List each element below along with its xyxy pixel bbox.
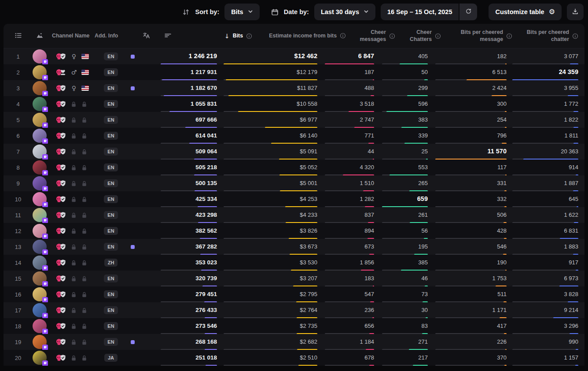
- table-row[interactable]: 9 MichiMochievee EN 500 135 $5 001: [4, 175, 584, 191]
- avatar[interactable]: [33, 65, 47, 79]
- column-label: Cheer messages: [357, 29, 386, 43]
- table-row[interactable]: 2 xLuckyDog ♂ EN 1 217 931 $12 179: [4, 64, 584, 80]
- avatar[interactable]: [33, 224, 47, 238]
- info-icon[interactable]: [572, 33, 578, 39]
- column-label: Estimate income from bits: [269, 33, 337, 40]
- marker-cell: [121, 175, 144, 191]
- avatar[interactable]: [33, 192, 47, 206]
- avatar-cell: [27, 80, 52, 96]
- cheer-messages-value: 4 320: [360, 164, 374, 171]
- shield-check-icon: [59, 132, 66, 139]
- table-row[interactable]: 19 Buffpup EN 268 168 $2 682: [4, 334, 584, 350]
- cheer-messages-cell: 1 510: [317, 175, 374, 192]
- avatar[interactable]: [33, 351, 47, 365]
- date-preset-dropdown[interactable]: Last 30 days: [314, 4, 375, 20]
- column-header-income[interactable]: Estimate income from bits: [252, 33, 346, 40]
- column-header-cheer-messages[interactable]: Cheer messages: [346, 29, 395, 43]
- bits-per-message-cell: 11 570: [428, 143, 507, 160]
- cheer-messages-value: 673: [364, 243, 374, 250]
- cheer-chatters-value: 271: [418, 338, 428, 345]
- cheer-chatters-cell: 339: [374, 127, 428, 144]
- bar-track: [382, 365, 428, 366]
- table-row[interactable]: 3 Sinder ♀ EN 1 182 670 $11 827: [4, 80, 584, 96]
- channel-name-cell: FoxyFurSure: [52, 223, 59, 239]
- column-header-cheer-chatters[interactable]: Cheer Chatters: [395, 29, 441, 43]
- info-icon[interactable]: [435, 33, 441, 39]
- avatar[interactable]: [33, 335, 47, 349]
- bar-track: [435, 365, 507, 366]
- avatar[interactable]: [33, 319, 47, 333]
- table-row[interactable]: 7 Elly EN 509 064 $5 091 44: [4, 144, 584, 160]
- column-header-channel-name[interactable]: Channel Name: [52, 33, 95, 40]
- avatar-cell: [27, 223, 52, 239]
- table-row[interactable]: 11 vedal987 EN 423 298 $4 233: [4, 207, 584, 223]
- add-info-cell: [59, 318, 101, 334]
- avatar[interactable]: [33, 287, 47, 301]
- info-icon[interactable]: [389, 33, 395, 39]
- customize-table-button[interactable]: Customize table ⚙: [489, 4, 562, 20]
- cheer-messages-value: 894: [364, 227, 374, 234]
- bits-per-message-cell: 1 171: [428, 302, 507, 319]
- shield-check-icon: [59, 196, 66, 203]
- avatar[interactable]: [33, 240, 47, 254]
- avatar[interactable]: [33, 145, 47, 159]
- sort-value-dropdown[interactable]: Bits: [224, 4, 259, 20]
- download-button[interactable]: [567, 4, 584, 20]
- bits-value: 697 666: [195, 116, 217, 123]
- avatar[interactable]: [33, 271, 47, 286]
- table-row[interactable]: 6 henyathegenius EN 614 041 $6 140: [4, 128, 584, 144]
- table-row[interactable]: 4 crelly EN 1 055 831 $10 558: [4, 96, 584, 112]
- bits-per-chatter-cell: 1 883: [507, 238, 578, 255]
- info-icon[interactable]: [340, 33, 346, 39]
- column-header-bits-per-chatter[interactable]: Bits per cheered chatter: [512, 29, 578, 43]
- avatar[interactable]: [33, 81, 47, 95]
- table-row[interactable]: 15 kainen EN 320 739 $3 207: [4, 271, 584, 286]
- table-row[interactable]: 12 FoxyFurSure EN 382 562 $3 826: [4, 223, 584, 239]
- table-row[interactable]: 8 Zentreya EN 505 218 $5 052: [4, 160, 584, 175]
- avatar[interactable]: [33, 49, 47, 63]
- marker-cell: [121, 207, 144, 223]
- info-icon[interactable]: [246, 33, 252, 39]
- avatar[interactable]: [33, 208, 47, 222]
- avatar[interactable]: [33, 176, 47, 190]
- column-header-rank[interactable]: [9, 32, 27, 41]
- bits-per-message-value: 428: [497, 227, 507, 234]
- bits-per-message-value: 6 513: [492, 69, 507, 75]
- date-range-button[interactable]: 16 Sep – 15 Oct, 2025: [381, 4, 459, 20]
- avatar[interactable]: [33, 256, 47, 270]
- avatar[interactable]: [33, 97, 47, 111]
- cheer-chatters-cell: 596: [374, 96, 428, 112]
- marker-cell: [121, 48, 144, 64]
- cheer-messages-value: 44: [368, 148, 374, 155]
- marker-cell: [121, 302, 144, 318]
- table-row[interactable]: 1 KokoNuts ♀ EN 1 246 219 $12 462: [4, 48, 584, 64]
- language-cell: EN: [101, 175, 121, 191]
- table-row[interactable]: 5 Arielle EN 697 666 $6 977: [4, 112, 584, 128]
- column-header-bits-per-message[interactable]: Bits per cheered message: [441, 29, 512, 43]
- refresh-button[interactable]: [459, 4, 477, 20]
- avatar[interactable]: [33, 303, 47, 317]
- bits-per-message-cell: 331: [428, 175, 507, 192]
- bits-per-chatter-cell: 6 831: [507, 223, 578, 239]
- table-row[interactable]: 20 梟雄しろや JA 251 018 $2 510: [4, 350, 584, 366]
- column-header-bits[interactable]: ↓ Bits: [179, 33, 252, 40]
- income-cell: $2 735: [217, 318, 317, 334]
- bar-fill: [575, 365, 578, 366]
- language-badge: EN: [104, 84, 118, 92]
- table-row[interactable]: 14 KSPKSP ZH 353 023 $3 530: [4, 255, 584, 271]
- bits-per-chatter-cell: 6 973: [507, 270, 578, 287]
- table-row[interactable]: 13 Shylily EN 367 282 $3 673: [4, 239, 584, 255]
- table-row[interactable]: 18 Rabo9D EN 273 546 $2 735: [4, 318, 584, 334]
- table-row[interactable]: 16 KanekoLumi EN 279 451 $2 795: [4, 286, 584, 302]
- avatar[interactable]: [33, 113, 47, 127]
- table-row[interactable]: 10 ironmouse EN 425 334 $4 253: [4, 191, 584, 207]
- info-icon[interactable]: [506, 33, 512, 39]
- avatar[interactable]: [33, 160, 47, 174]
- cheer-messages-value: 656: [364, 323, 374, 329]
- lock-icon: [81, 196, 88, 203]
- income-value: $3 826: [300, 227, 317, 234]
- table-row[interactable]: 17 Miisty EN 276 433 $2 764: [4, 302, 584, 318]
- bits-cell: 276 433: [144, 302, 217, 319]
- lock-icon: [70, 148, 77, 155]
- avatar[interactable]: [33, 129, 47, 143]
